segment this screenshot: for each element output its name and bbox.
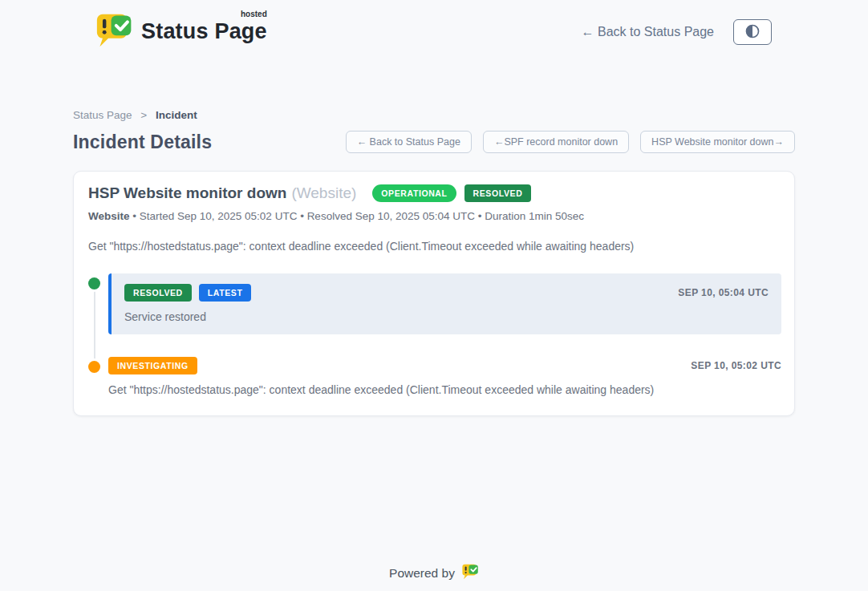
timeline-entry-badges: RESOLVED LATEST (124, 284, 251, 302)
timeline-entry-resolved: RESOLVED LATEST SEP 10, 05:04 UTC Servic… (88, 273, 781, 334)
header-back-link[interactable]: ← Back to Status Page (582, 25, 714, 39)
incident-title-row: HSP Website monitor down (Website) OPERA… (88, 184, 781, 202)
timeline-timestamp: SEP 10, 05:02 UTC (691, 360, 781, 371)
next-incident-button[interactable]: HSP Website monitor down→ (640, 131, 795, 153)
meta-duration: Duration 1min 50sec (485, 210, 584, 222)
back-to-status-page-button[interactable]: ← Back to Status Page (346, 131, 472, 153)
footer: Powered by © 2025-10-08 14:10:34.772084 … (0, 564, 868, 591)
breadcrumb-separator: > (140, 109, 147, 121)
brand-superscript: hosted (241, 10, 267, 18)
meta-started: Started Sep 10, 2025 05:02 UTC (140, 210, 298, 222)
resolved-status-badge: RESOLVED (464, 184, 532, 202)
main-content: Status Page > Incident Incident Details … (73, 109, 795, 416)
theme-toggle-button[interactable] (733, 19, 772, 45)
prev-incident-button[interactable]: ←SPF record monitor down (483, 131, 629, 153)
timeline-entry-body: INVESTIGATING SEP 10, 05:02 UTC Get "htt… (108, 357, 781, 396)
incident-title: HSP Website monitor down (88, 184, 286, 202)
breadcrumb-status-page[interactable]: Status Page (73, 109, 132, 121)
half-circle-contrast-icon (744, 22, 761, 43)
brand-text: Status Page hosted (141, 13, 267, 44)
title-row: Incident Details ← Back to Status Page ←… (73, 131, 795, 153)
breadcrumb-incident: Incident (156, 109, 197, 121)
meta-separator: • (297, 210, 306, 222)
incident-component: (Website) (291, 184, 356, 202)
powered-by-link[interactable]: Powered by (389, 564, 479, 583)
incident-timeline: RESOLVED LATEST SEP 10, 05:04 UTC Servic… (88, 273, 781, 396)
powered-by-label: Powered by (389, 566, 455, 581)
breadcrumb: Status Page > Incident (73, 109, 795, 121)
statuspage-logo-small-icon (462, 564, 479, 583)
incident-card: HSP Website monitor down (Website) OPERA… (73, 171, 795, 416)
timeline-entry-header: INVESTIGATING SEP 10, 05:02 UTC (108, 357, 781, 374)
timeline-dot-resolved (88, 277, 100, 289)
meta-component: Website (88, 210, 130, 222)
header-right: ← Back to Status Page (582, 19, 772, 45)
timeline-timestamp: SEP 10, 05:04 UTC (678, 287, 769, 298)
page-title: Incident Details (73, 132, 212, 153)
statuspage-logo-icon (96, 13, 133, 51)
investigating-update-badge: INVESTIGATING (108, 357, 197, 374)
operational-status-badge: OPERATIONAL (372, 184, 456, 202)
resolved-update-badge: RESOLVED (124, 284, 192, 302)
meta-separator: • (475, 210, 485, 222)
incident-meta: Website • Started Sep 10, 2025 05:02 UTC… (88, 210, 781, 222)
timeline-message: Get "https://hostedstatus.page": context… (108, 383, 781, 396)
meta-separator: • (130, 210, 140, 222)
meta-resolved: Resolved Sep 10, 2025 05:04 UTC (307, 210, 475, 222)
incident-description: Get "https://hostedstatus.page": context… (88, 240, 781, 253)
timeline-entry-header: RESOLVED LATEST SEP 10, 05:04 UTC (124, 284, 769, 302)
latest-update-box: RESOLVED LATEST SEP 10, 05:04 UTC Servic… (108, 273, 781, 334)
timeline-entry-investigating: INVESTIGATING SEP 10, 05:02 UTC Get "htt… (88, 357, 781, 396)
status-page-app: Status Page hosted ← Back to Status Page… (0, 0, 868, 591)
timeline-entry-badges: INVESTIGATING (108, 357, 197, 374)
timeline-dot-investigating (88, 361, 100, 373)
timeline-message: Service restored (124, 310, 769, 323)
latest-update-badge: LATEST (199, 284, 252, 302)
brand-name: Status Page (141, 19, 267, 43)
brand-logo-link[interactable]: Status Page hosted (96, 13, 267, 51)
incident-nav-buttons: ← Back to Status Page ←SPF record monito… (346, 131, 795, 153)
header: Status Page hosted ← Back to Status Page (0, 0, 868, 59)
timeline-entry-body: RESOLVED LATEST SEP 10, 05:04 UTC Servic… (108, 273, 781, 334)
